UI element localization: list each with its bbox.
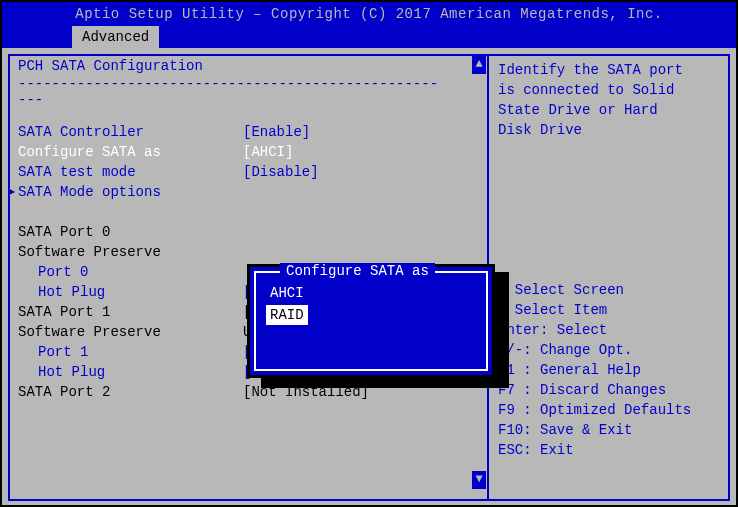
tab-advanced[interactable]: Advanced	[72, 26, 159, 48]
hint-esc: ESC: Exit	[498, 440, 724, 460]
hint-f9: F9 : Optimized Defaults	[498, 400, 724, 420]
popup-option-ahci[interactable]: AHCI	[266, 281, 476, 305]
label: Configure SATA as	[18, 142, 243, 162]
popup-option-raid[interactable]: RAID	[266, 305, 308, 325]
setting-sata-mode-options[interactable]: ▶ SATA Mode options	[12, 182, 482, 202]
submenu-caret-icon: ▶	[8, 182, 15, 202]
setting-software-preserve-0: Software Preserve	[12, 242, 482, 262]
label: SATA Port 1	[18, 302, 243, 322]
hint-f7: F7 : Discard Changes	[498, 380, 724, 400]
label: Software Preserve	[18, 242, 243, 262]
page-heading: PCH SATA Configuration	[12, 56, 482, 76]
help-text: Disk Drive	[498, 120, 724, 140]
label: Hot Plug	[18, 362, 243, 382]
label: SATA Port 0	[18, 222, 243, 242]
setting-sata-port-0: SATA Port 0	[12, 222, 482, 242]
label: Port 1	[18, 342, 243, 362]
help-text: is connected to Solid	[498, 80, 724, 100]
bios-screen: Aptio Setup Utility – Copyright (C) 2017…	[0, 0, 738, 507]
title-bar: Aptio Setup Utility – Copyright (C) 2017…	[2, 2, 736, 26]
help-text: Identify the SATA port	[498, 60, 724, 80]
popup-configure-sata-as: Configure SATA as AHCI RAID	[247, 264, 495, 378]
popup-title: Configure SATA as	[280, 263, 435, 279]
hint-select-item: : Select Item	[498, 300, 724, 320]
value: [Enable]	[243, 122, 476, 142]
label: SATA test mode	[18, 162, 243, 182]
hint-f10: F10: Save & Exit	[498, 420, 724, 440]
setting-sata-controller[interactable]: SATA Controller [Enable]	[12, 122, 482, 142]
popup-shadow	[261, 378, 509, 388]
setting-sata-test-mode[interactable]: SATA test mode [Disable]	[12, 162, 482, 182]
value: [Disable]	[243, 162, 476, 182]
help-text: State Drive or Hard	[498, 100, 724, 120]
label: Software Preserve	[18, 322, 243, 342]
label: SATA Controller	[18, 122, 243, 142]
label: SATA Port 2	[18, 382, 243, 402]
heading-dashes: ----------------------------------------…	[12, 76, 482, 92]
hint-f1: F1 : General Help	[498, 360, 724, 380]
main-area: ▲ ▼ PCH SATA Configuration -------------…	[2, 48, 736, 507]
value: [AHCI]	[243, 142, 476, 162]
help-pane: Identify the SATA port is connected to S…	[496, 56, 726, 499]
label: SATA Mode options	[18, 182, 243, 202]
hint-select-screen: : Select Screen	[498, 280, 724, 300]
popup-shadow	[495, 272, 509, 386]
tab-bar: Advanced	[2, 26, 736, 48]
label: Hot Plug	[18, 282, 243, 302]
heading-dashes-2: ---	[12, 92, 482, 108]
hint-enter: Enter: Select	[498, 320, 724, 340]
label: Port 0	[18, 262, 243, 282]
setting-configure-sata-as[interactable]: Configure SATA as [AHCI]	[12, 142, 482, 162]
hint-plusminus: +/-: Change Opt.	[498, 340, 724, 360]
